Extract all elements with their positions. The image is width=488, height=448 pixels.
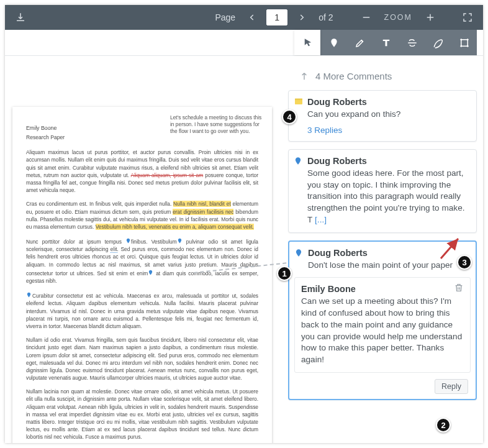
callout-marker: 3	[457, 255, 472, 270]
pin-tool-icon[interactable]	[320, 30, 346, 55]
main-toolbar: Page of 2 ZOOM	[5, 5, 483, 30]
margin-note: Let's schedule a meeting to discuss this…	[170, 114, 263, 135]
trash-icon[interactable]	[454, 283, 465, 294]
fullscreen-icon[interactable]	[457, 8, 478, 27]
strike-tool-icon[interactable]	[399, 30, 425, 55]
highlighted-text: erat dignissim facilisis nec	[173, 209, 233, 215]
pin-icon	[294, 248, 304, 258]
paragraph: Cras eu condimentum est. In finibus veli…	[26, 200, 258, 231]
callout-marker: 2	[436, 418, 451, 432]
page-total: of 2	[316, 12, 335, 22]
paragraph: Nullam id odio erat. Vivamus fringilla, …	[26, 336, 258, 382]
draw-tool-icon[interactable]	[425, 30, 451, 55]
zoom-in-icon[interactable]	[420, 8, 441, 27]
area-tool-icon[interactable]	[451, 30, 477, 55]
pin-icon	[148, 269, 153, 278]
paragraph: Curabitur consectetur est ac vehicula. M…	[26, 291, 258, 330]
comment-body: Don't lose the main point of your paper	[308, 260, 468, 272]
underlined-text: elit	[111, 246, 117, 253]
highlight-tool-icon[interactable]	[346, 30, 373, 55]
strikethrough-text: Aliquam aliquam, ipsum sit am	[131, 172, 204, 178]
paragraph: Aliquam maximus lacus ut purus porttitor…	[26, 149, 258, 194]
note-icon	[294, 97, 304, 107]
prev-page-icon[interactable]	[242, 8, 263, 27]
page-label: Page	[212, 12, 238, 22]
pin-icon	[125, 237, 131, 246]
callout-marker: 4	[282, 109, 297, 124]
pointer-tool-icon[interactable]	[294, 30, 320, 55]
reply-author: Emily Boone	[301, 284, 464, 294]
annotation-toolbar	[5, 30, 483, 56]
highlighted-text: Vestibulum nibh tellus, venenatis eu eni…	[96, 224, 254, 230]
comment-card[interactable]: Doug Roberts Some good ideas here. For t…	[288, 149, 477, 233]
download-icon[interactable]	[10, 8, 31, 27]
comment-replies-link[interactable]: 3 Replies	[307, 126, 469, 135]
pin-icon	[177, 237, 183, 246]
zoom-label: ZOOM	[381, 13, 417, 22]
pin-icon	[26, 291, 32, 300]
comment-author: Doug Roberts	[307, 97, 469, 107]
comment-author: Doug Roberts	[307, 156, 469, 166]
comment-body: Some good ideas here. For the most part,…	[307, 168, 469, 226]
reply-card: Emily Boone Can we set up a meeting abou…	[294, 277, 471, 373]
comment-card-active[interactable]: Doug Roberts Don't lose the main point o…	[288, 240, 477, 400]
comment-card[interactable]: Doug Roberts Can you expand on this? 3 R…	[288, 90, 477, 142]
pin-icon	[294, 156, 304, 166]
document-page[interactable]: Let's schedule a meeting to discuss this…	[12, 107, 272, 443]
page-input[interactable]	[266, 9, 287, 25]
comment-body: Can you expand on this?	[307, 109, 469, 121]
paragraph: Nullam lacinia non quam at molestie. Don…	[26, 388, 258, 441]
paragraph: Nunc porttitor dolor at ipsum tempus fin…	[26, 237, 258, 285]
highlighted-text: Nulla nibh nisl, blandit et	[173, 201, 231, 207]
callout-marker: 1	[277, 266, 292, 281]
expand-link[interactable]: [...]	[312, 215, 327, 224]
reply-body: Can we set up a meeting about this? I'm …	[301, 296, 464, 366]
zoom-out-icon[interactable]	[356, 8, 377, 27]
more-comments-link[interactable]: 4 More Comments	[299, 71, 474, 81]
svg-rect-0	[461, 39, 468, 46]
next-page-icon[interactable]	[291, 8, 312, 27]
text-tool-icon[interactable]	[373, 30, 399, 55]
reply-button[interactable]: Reply	[435, 379, 468, 394]
